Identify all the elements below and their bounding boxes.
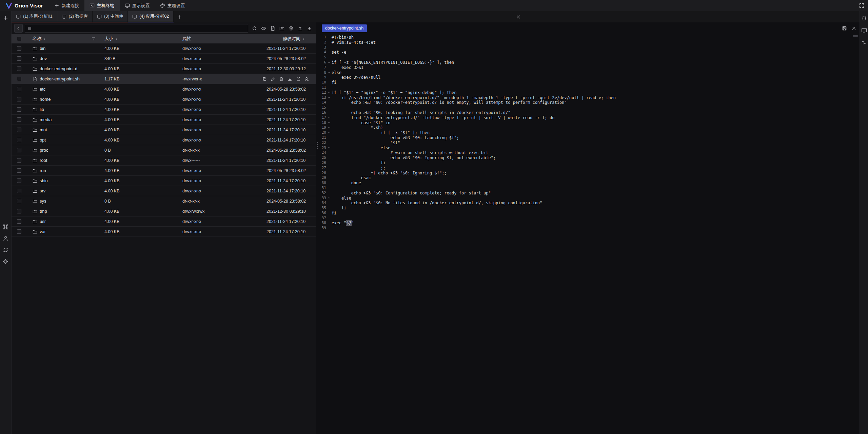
file-row-bin[interactable]: bin4.00 KBdrwxr-xr-x2021-11-24 17:20:10 [12,43,316,54]
settings-icon[interactable] [3,259,8,264]
row-checkbox[interactable] [17,56,21,61]
fold-chevron-icon[interactable] [326,121,332,124]
code-area[interactable]: 1#!/bin/sh2# vim:sw=4:ts=4:et34set -e56i… [319,34,860,434]
file-row-docker-entrypoint.d[interactable]: docker-entrypoint.d4.00 KBdrwxr-xr-x2021… [12,64,316,74]
file-row-docker-entrypoint.sh[interactable]: docker-entrypoint.sh1.17 KB-rwxrwxr-x [12,74,316,84]
menu-item-theme-settings[interactable]: 主题设置 [155,0,190,11]
scrollbar-thumb[interactable] [853,35,858,37]
menu-item-display-settings[interactable]: 显示设置 [120,0,155,11]
column-header-size[interactable]: 大小 [98,34,176,43]
download-icon[interactable] [288,77,292,81]
sort-icon[interactable] [43,37,46,41]
path-list-icon[interactable] [27,26,32,31]
row-checkbox[interactable] [17,148,21,152]
row-checkbox[interactable] [17,158,21,163]
file-row-root[interactable]: root4.00 KBdrwx------2021-11-24 17:20:10 [12,155,316,166]
menu-item-host-terminal[interactable]: 主机终端 [84,0,120,11]
save-icon[interactable] [842,26,847,31]
terminal-tab-4[interactable]: (4) 应用-分析02 [128,11,174,22]
file-row-tmp[interactable]: tmp4.00 KBdrwxrwxrwx2021-12-30 03:29:10 [12,206,316,216]
file-mtime: 2021-11-24 17:20:10 [260,219,316,224]
file-row-dev[interactable]: dev340 Bdrwxr-xr-x2024-05-28 23:58:02 [12,54,316,64]
back-button[interactable] [14,24,23,33]
file-row-media[interactable]: media4.00 KBdrwxr-xr-x2021-11-24 17:20:1… [12,115,316,125]
file-row-opt[interactable]: opt4.00 KBdrwxr-xr-x2021-11-24 17:20:10 [12,135,316,145]
terminal-tab-1[interactable]: (1) 应用-分析01 [12,11,57,22]
close-button[interactable] [513,11,524,22]
download-button[interactable] [305,24,313,32]
row-checkbox[interactable] [17,97,21,101]
copy-icon[interactable] [262,77,267,81]
move-icon[interactable] [296,77,301,81]
refresh-button[interactable] [250,24,258,32]
menu-item-new-connection[interactable]: 新建连接 [49,0,84,11]
terminal-tab-3[interactable]: (3) 中间件 [93,11,128,22]
fullscreen-icon[interactable] [859,3,865,8]
fold-chevron-icon[interactable] [326,91,332,94]
close-editor-icon[interactable] [851,26,856,31]
file-row-mnt[interactable]: mnt4.00 KBdrwxr-xr-x2021-11-24 17:20:10 [12,125,316,135]
transfer-icon[interactable] [861,40,867,45]
file-row-usr[interactable]: usr4.00 KBdrwxr-xr-x2021-11-24 17:20:10 [12,216,316,227]
sort-icon[interactable] [302,37,305,41]
permission-icon[interactable] [304,77,309,81]
edit-icon[interactable] [271,77,275,81]
brand[interactable]: Orion Visor [0,2,49,9]
user-icon[interactable] [3,235,8,241]
fold-chevron-icon[interactable] [326,61,332,64]
column-header-name[interactable]: 名称 [26,34,98,43]
new-folder-button[interactable] [278,24,286,32]
file-row-srv[interactable]: srv4.00 KBdrwxr-xr-x2021-11-24 17:20:10 [12,186,316,196]
sync-icon[interactable] [3,247,8,253]
row-checkbox[interactable] [17,67,21,71]
sort-icon[interactable] [115,37,118,41]
file-row-sbin[interactable]: sbin4.00 KBdrwxr-xr-x2021-11-24 17:20:10 [12,176,316,186]
preview-button[interactable] [259,24,268,32]
fold-chevron-icon[interactable] [326,196,332,200]
row-checkbox[interactable] [17,189,21,193]
row-checkbox[interactable] [17,128,21,132]
editor-file-tab[interactable]: docker-entrypoint.sh [322,24,367,32]
row-checkbox[interactable] [17,117,21,122]
fold-chevron-icon[interactable] [326,131,332,134]
row-checkbox[interactable] [17,219,21,224]
fold-chevron-icon[interactable] [326,71,332,74]
filter-icon[interactable] [92,37,96,41]
delete-icon[interactable] [279,77,284,81]
path-input[interactable] [34,26,245,31]
shortcut-icon[interactable] [3,224,8,230]
fold-chevron-icon[interactable] [326,146,332,149]
panel-resize-handle[interactable] [316,22,319,434]
file-row-proc[interactable]: proc0 Bdr-xr-xr-x2024-05-28 23:58:02 [12,145,316,155]
row-checkbox[interactable] [17,209,21,213]
select-all-checkbox[interactable] [17,37,21,41]
fold-chevron-icon[interactable] [326,96,332,99]
file-row-run[interactable]: run4.00 KBdrwxr-xr-x2024-05-28 23:58:02 [12,166,316,176]
file-row-home[interactable]: home4.00 KBdrwxr-xr-x2021-11-24 17:20:10 [12,94,316,105]
row-checkbox[interactable] [17,199,21,203]
row-checkbox[interactable] [17,46,21,51]
add-tab-button[interactable] [174,11,185,22]
row-checkbox[interactable] [17,77,21,81]
new-file-button[interactable] [269,24,277,32]
new-connection-icon[interactable] [3,15,8,21]
file-size: 4.00 KB [98,209,176,214]
row-checkbox[interactable] [17,107,21,112]
file-row-etc[interactable]: etc4.00 KBdrwxr-xr-x2024-05-28 23:58:02 [12,84,316,94]
delete-button[interactable] [287,24,295,32]
snippet-icon[interactable] [861,15,867,21]
file-row-sys[interactable]: sys0 Bdr-xr-xr-x2024-05-28 23:58:02 [12,196,316,206]
row-checkbox[interactable] [17,168,21,173]
row-checkbox[interactable] [17,87,21,91]
file-row-lib[interactable]: lib4.00 KBdrwxr-xr-x2021-11-24 17:20:10 [12,105,316,115]
upload-button[interactable] [296,24,304,32]
screen-icon[interactable] [861,27,867,33]
file-row-var[interactable]: var4.00 KBdrwxr-xr-x2021-11-24 17:20:10 [12,227,316,237]
column-header-mtime[interactable]: 修改时间 [260,34,316,43]
row-checkbox[interactable] [17,229,21,234]
fold-chevron-icon[interactable] [326,116,332,119]
row-checkbox[interactable] [17,178,21,183]
fold-chevron-icon[interactable] [326,126,332,129]
row-checkbox[interactable] [17,138,21,142]
terminal-tab-2[interactable]: (2) 数据库 [57,11,93,22]
